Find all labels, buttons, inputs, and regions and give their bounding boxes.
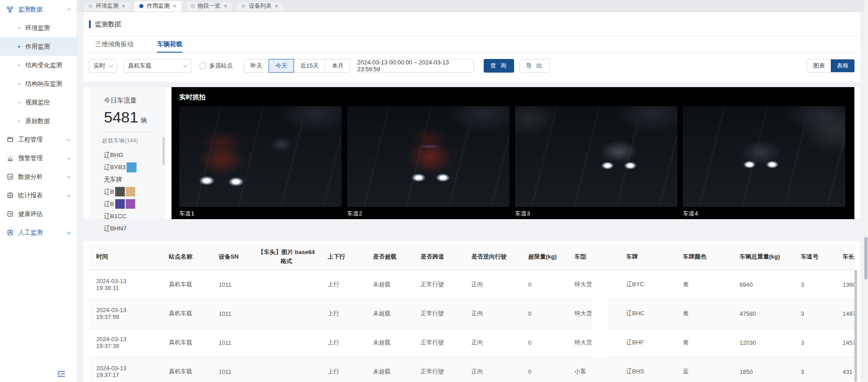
sidebar-item-manual-monitor[interactable]: 人工监测 xyxy=(0,223,77,242)
cell-vehicle-type: 小客 xyxy=(567,357,619,382)
camera-image-lane3[interactable] xyxy=(515,106,677,207)
plate-thumbnail[interactable] xyxy=(127,162,137,172)
tab-vehicle-load[interactable]: 车辆荷载 xyxy=(157,36,182,53)
sidebar-item-raw-data[interactable]: 原始数据 xyxy=(0,112,77,130)
station-select[interactable]: 真机车载 xyxy=(123,59,191,73)
plate-item[interactable]: 辽B xyxy=(104,186,166,198)
close-icon[interactable]: ✕ xyxy=(224,4,227,9)
table-row[interactable]: 2024-03-13 19:37:17 真机车载 1011 上行 未超载 正常行… xyxy=(89,357,855,382)
range-15days-button[interactable]: 近15天 xyxy=(294,59,325,73)
multi-station-checkbox[interactable]: 多选站点 xyxy=(200,62,233,70)
lane-label: 车道4 xyxy=(683,210,845,218)
divider xyxy=(102,132,154,132)
camera-image-lane2[interactable] xyxy=(347,106,510,207)
plate-item[interactable]: 辽BHN7 xyxy=(104,222,166,235)
range-yesterday-button[interactable]: 昨天 xyxy=(244,59,269,73)
station-select-value: 真机车载 xyxy=(128,62,152,70)
col-cross-lane: 是否跨道 xyxy=(413,244,464,270)
cell-vehicle-length: 1360 xyxy=(835,270,855,299)
cell-over-limit: 0 xyxy=(521,299,567,328)
view-chart-button[interactable]: 图表 xyxy=(807,59,831,72)
cell-vehicle-length: 1457 xyxy=(835,328,855,357)
plate-item[interactable]: 辽BYB3 xyxy=(104,161,166,173)
export-button[interactable]: 导 出 xyxy=(520,59,550,73)
tab-dot-icon xyxy=(191,4,195,8)
close-icon[interactable]: ✕ xyxy=(172,4,176,9)
camera-image-lane4[interactable] xyxy=(683,106,845,207)
cell-station: 真机车载 xyxy=(162,357,211,382)
page-scrollbar[interactable] xyxy=(864,0,868,382)
bullet-icon xyxy=(18,27,20,29)
window-tab-devices[interactable]: 设备列表✕ xyxy=(236,1,283,11)
cell-plate-color: 黄 xyxy=(676,270,732,299)
sidebar-item-action-monitor[interactable]: 作用监测 xyxy=(0,37,77,56)
window-tab-label: 作用监测 xyxy=(147,2,169,10)
tab-tilt-vibration[interactable]: 三维倾角振动 xyxy=(95,36,133,53)
close-icon[interactable]: ✕ xyxy=(275,4,278,9)
cell-head-image xyxy=(252,299,320,328)
overload-count-label: 超载车辆(144) xyxy=(102,137,166,145)
sidebar-item-report[interactable]: 统计报表 xyxy=(0,186,77,205)
cell-time: 2024-03-13 19:37:39 xyxy=(96,336,132,349)
plate-item[interactable]: 辽B xyxy=(104,198,166,210)
range-month-button[interactable]: 本月 xyxy=(325,59,350,73)
sidebar-item-structure-change[interactable]: 结构变化监测 xyxy=(0,56,77,74)
plate-thumbnail[interactable] xyxy=(115,199,125,209)
table-row[interactable]: 2024-03-13 19:37:39 真机车载 1011 上行 未超载 正常行… xyxy=(89,328,855,357)
sidebar-item-video-monitor[interactable]: 视频监控 xyxy=(0,93,77,112)
date-range-input[interactable]: 2024-03-13 00:00:00 ~ 2024-03-13 23:59:5… xyxy=(357,59,474,73)
col-device-sn: 设备SN xyxy=(211,244,252,270)
sidebar-collapse-icon[interactable] xyxy=(57,370,66,378)
camera-image-lane1[interactable] xyxy=(179,106,342,207)
cell-overload: 未超载 xyxy=(366,299,413,328)
plate-thumbnail[interactable] xyxy=(115,187,125,196)
window-tab-iot[interactable]: 物联一览✕ xyxy=(186,1,232,11)
sidebar-subitem-label: 原始数据 xyxy=(25,117,50,125)
sidebar-item-structure-response[interactable]: 结构响应监测 xyxy=(0,74,77,93)
close-icon[interactable]: ✕ xyxy=(122,4,125,9)
search-button[interactable]: 查 询 xyxy=(484,59,514,73)
cell-time: 2024-03-13 19:37:59 xyxy=(96,307,132,320)
plate-thumbnail[interactable] xyxy=(126,199,135,209)
multi-station-label: 多选站点 xyxy=(209,62,233,70)
sidebar-item-project-mgmt[interactable]: 工程管理 xyxy=(0,130,77,149)
plate-text: 辽B xyxy=(104,188,114,196)
sidebar-item-alert-mgmt[interactable]: 预警管理 xyxy=(0,149,77,167)
checkbox-icon[interactable] xyxy=(200,63,206,69)
cell-device-sn: 1011 xyxy=(211,299,252,328)
plate-item[interactable]: 辽BHG xyxy=(104,149,166,161)
plate-item[interactable]: 无车牌 xyxy=(104,173,166,186)
mode-select[interactable]: 实时 xyxy=(89,59,117,73)
col-head-image: 【车头】图片 base64 格式 xyxy=(252,244,320,270)
table-row[interactable]: 2024-03-13 19:38:11 真机车载 1011 上行 未超载 正常行… xyxy=(89,270,855,299)
table-row[interactable]: 2024-03-13 19:37:59 真机车载 1011 上行 未超载 正常行… xyxy=(89,299,855,328)
sidebar-item-health-eval[interactable]: 健康评估 xyxy=(0,205,77,223)
bullet-icon xyxy=(18,120,20,122)
cell-station: 真机车载 xyxy=(162,270,211,299)
plate-item[interactable]: 辽B1CC xyxy=(104,210,166,222)
mode-select-value: 实时 xyxy=(93,62,105,70)
sidebar-item-data-analysis[interactable]: 数据分析 xyxy=(0,167,77,186)
table-scrollbar[interactable] xyxy=(854,270,857,382)
cell-reverse: 正向 xyxy=(464,357,521,382)
cell-direction: 上行 xyxy=(320,328,366,357)
plate-thumbnail[interactable] xyxy=(126,187,135,196)
cell-direction: 上行 xyxy=(320,270,366,299)
view-table-button[interactable]: 表格 xyxy=(831,59,854,72)
bullet-icon xyxy=(18,46,20,48)
col-vehicle-length: 车长 xyxy=(835,244,855,270)
window-tab-action[interactable]: 作用监测✕ xyxy=(134,1,181,11)
range-today-button[interactable]: 今天 xyxy=(269,59,294,73)
stats-scrollbar[interactable] xyxy=(162,137,165,165)
col-total-weight: 车辆总重量(kg) xyxy=(732,244,794,270)
window-tab-env[interactable]: 环境监测✕ xyxy=(83,1,130,11)
page-scrollbar-thumb[interactable] xyxy=(864,237,868,279)
sidebar-item-monitor-data[interactable]: 监测数据 xyxy=(0,0,77,19)
sidebar-item-label: 人工监测 xyxy=(18,229,67,237)
cell-reverse: 正向 xyxy=(464,270,521,299)
health-eval-icon xyxy=(6,211,14,218)
cell-vehicle-length: 1487 xyxy=(835,299,855,328)
lane-label: 车道1 xyxy=(179,210,342,218)
sidebar-item-env-monitor[interactable]: 环境监测 xyxy=(0,19,77,37)
sidebar-subitem-label: 作用监测 xyxy=(25,43,50,51)
